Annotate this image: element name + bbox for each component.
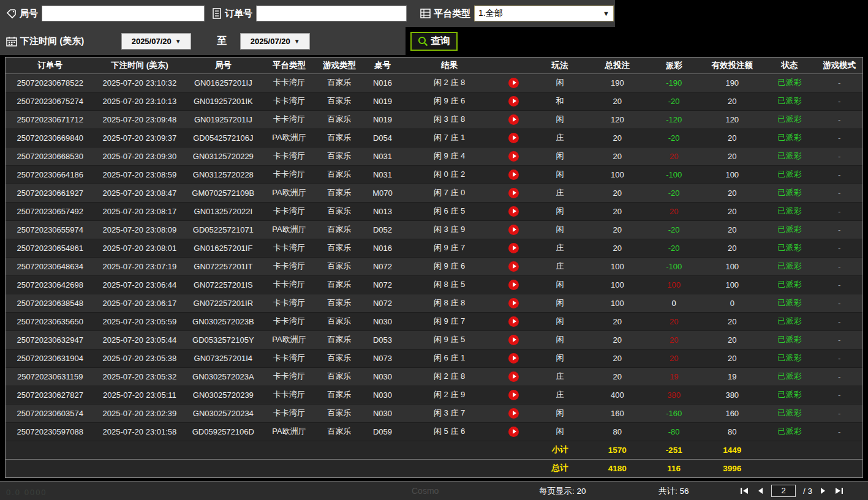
replay-play-icon[interactable] <box>508 353 519 364</box>
cell-platform-type: 卡卡湾厅 <box>262 386 317 404</box>
order-number-input[interactable] <box>256 6 407 21</box>
cell-valid-bet: 100 <box>701 165 763 184</box>
search-icon <box>418 36 428 47</box>
cell-bet-time: 2025-07-20 23:09:37 <box>94 129 184 147</box>
cell-game-mode: - <box>816 294 862 312</box>
replay-play-icon[interactable] <box>508 427 519 437</box>
first-page-icon[interactable] <box>740 487 749 495</box>
bet-records-table: 订单号下注时间 (美东)局号平台类型游戏类型桌号结果玩法总投注派彩有效投注额状态… <box>5 57 863 478</box>
next-page-icon[interactable] <box>820 487 827 495</box>
cell-payout: 20 <box>646 147 701 165</box>
cell-game-type: 百家乐 <box>317 386 362 404</box>
cell-total-bet: 190 <box>588 73 646 92</box>
cell-total-bet: 20 <box>588 349 646 367</box>
total-spacer <box>6 459 532 477</box>
cell-round-number: GN016257201IF <box>184 239 262 257</box>
replay-play-icon[interactable] <box>508 78 519 88</box>
round-number-input[interactable] <box>42 6 205 21</box>
bet-time-label: 下注时间 (美东) <box>20 35 84 47</box>
cell-result: 闲 6 庄 1 <box>403 349 496 367</box>
cell-total-bet: 20 <box>588 202 646 220</box>
previous-page-icon[interactable] <box>757 487 764 495</box>
cell-payout: -80 <box>646 422 701 441</box>
cell-table-number: N019 <box>362 92 403 110</box>
cell-replay <box>496 404 532 422</box>
cell-status status-badge: 已派彩 <box>763 202 817 220</box>
cell-game-type: 百家乐 <box>317 330 362 349</box>
cell-order-number: 250720230655974 <box>6 220 94 239</box>
cell-replay <box>496 110 532 129</box>
replay-play-icon[interactable] <box>508 280 519 290</box>
bet-record-row: 2507202306559742025-07-20 23:08:09GD0522… <box>6 220 862 239</box>
order-number-label: 订单号 <box>225 8 252 20</box>
replay-play-icon[interactable] <box>508 335 519 345</box>
cell-table-number: N073 <box>362 349 403 367</box>
last-page-icon[interactable] <box>834 487 843 495</box>
cell-platform-type: 卡卡湾厅 <box>262 202 317 220</box>
cell-status status-badge: 已派彩 <box>763 73 817 92</box>
cell-play-type: 闲 <box>532 220 588 239</box>
replay-play-icon[interactable] <box>508 243 519 253</box>
replay-play-icon[interactable] <box>508 114 519 125</box>
cell-game-type: 百家乐 <box>317 129 362 147</box>
cell-status status-badge: 已派彩 <box>763 147 817 165</box>
cell-round-number: GD0532572105Y <box>184 330 262 349</box>
cell-bet-time: 2025-07-20 23:09:30 <box>94 147 184 165</box>
replay-play-icon[interactable] <box>508 390 519 400</box>
replay-play-icon[interactable] <box>508 298 519 308</box>
bet-record-row: 2507202306035742025-07-20 23:02:39GN0302… <box>6 404 862 422</box>
date-to-picker[interactable]: 2025/07/20 ▼ <box>240 33 310 50</box>
cell-valid-bet: 20 <box>701 202 763 220</box>
cell-game-mode: - <box>816 147 862 165</box>
replay-play-icon[interactable] <box>508 371 519 382</box>
cell-table-number: N031 <box>362 165 403 184</box>
cell-total-bet: 20 <box>588 147 646 165</box>
cell-play-type: 闲 <box>532 330 588 349</box>
cell-game-type: 百家乐 <box>317 220 362 239</box>
date-from-value: 2025/07/20 <box>132 37 172 46</box>
page-count-label: / 3 <box>803 487 812 496</box>
replay-play-icon[interactable] <box>508 261 519 272</box>
column-header-game: 游戏类型 <box>317 58 362 73</box>
query-button[interactable]: 查询 <box>410 32 458 51</box>
filter-row-2: 下注时间 (美东) 2025/07/20 ▼ 至 2025/07/20 ▼ 查询 <box>0 27 868 55</box>
cell-total-bet: 100 <box>588 257 646 275</box>
column-header-replay <box>496 58 532 73</box>
cell-valid-bet: 0 <box>701 294 763 312</box>
cell-platform-type: 卡卡湾厅 <box>262 110 317 129</box>
cell-payout: 0 <box>646 294 701 312</box>
replay-play-icon[interactable] <box>508 206 519 217</box>
cell-replay <box>496 330 532 349</box>
total-valid-bet: 3996 <box>701 459 763 477</box>
replay-play-icon[interactable] <box>508 316 519 327</box>
cell-total-bet: 100 <box>588 275 646 294</box>
cell-round-number: GN072257201IT <box>184 257 262 275</box>
cell-status status-badge: 已派彩 <box>763 367 817 386</box>
background-scoreboard-digits: 0.0 0000 <box>6 488 47 497</box>
cell-status status-badge: 已派彩 <box>763 294 817 312</box>
cell-game-mode: - <box>816 312 862 330</box>
cell-order-number: 250720230631159 <box>6 367 94 386</box>
current-page-input[interactable]: 2 <box>771 485 796 497</box>
subtotal-valid-bet: 1449 <box>701 441 763 459</box>
cell-round-number: GN03125720229 <box>184 147 262 165</box>
replay-play-icon[interactable] <box>508 96 519 106</box>
replay-play-icon[interactable] <box>508 188 519 198</box>
replay-play-icon[interactable] <box>508 170 519 180</box>
platform-type-select[interactable]: 1.全部 ▼ <box>474 6 614 21</box>
column-header-result: 结果 <box>403 58 496 73</box>
column-header-round: 局号 <box>184 58 262 73</box>
cell-game-type: 百家乐 <box>317 92 362 110</box>
chevron-down-icon: ▼ <box>294 38 300 45</box>
date-from-picker[interactable]: 2025/07/20 ▼ <box>121 33 191 50</box>
cell-replay <box>496 275 532 294</box>
replay-play-icon[interactable] <box>508 225 519 235</box>
cell-payout: -190 <box>646 73 701 92</box>
replay-play-icon[interactable] <box>508 408 519 419</box>
column-header-play: 玩法 <box>532 58 588 73</box>
replay-play-icon[interactable] <box>508 151 519 162</box>
cell-bet-time: 2025-07-20 23:02:39 <box>94 404 184 422</box>
cell-valid-bet: 190 <box>701 73 763 92</box>
cell-total-bet: 20 <box>588 239 646 257</box>
replay-play-icon[interactable] <box>508 133 519 143</box>
